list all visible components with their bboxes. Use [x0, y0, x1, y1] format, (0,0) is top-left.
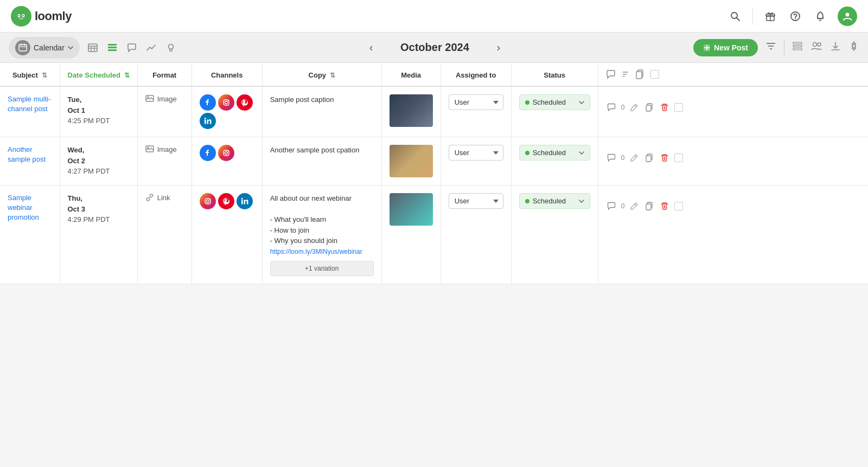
date-sort-icon[interactable]: ⇅ [124, 72, 130, 79]
filter-icon[interactable] [765, 41, 776, 54]
subject-cell: Another sample post [0, 137, 60, 185]
fb-channel-icon[interactable] [200, 145, 216, 161]
copy-url-link[interactable]: https://loom.ly/3MINyus/webinar [270, 248, 362, 255]
comment-button[interactable] [606, 201, 617, 212]
analytics-icon[interactable] [146, 42, 157, 53]
status-badge[interactable]: Scheduled [519, 193, 590, 209]
bell-icon[interactable] [813, 9, 828, 24]
ig-channel-icon[interactable] [218, 94, 234, 111]
li-channel-icon[interactable] [200, 113, 216, 129]
status-dot [525, 100, 529, 105]
new-post-button[interactable]: New Post [693, 39, 758, 56]
status-badge[interactable]: Scheduled [519, 145, 590, 161]
svg-rect-35 [793, 48, 802, 50]
group-icon[interactable] [810, 41, 822, 54]
th-select-all-checkbox[interactable] [650, 70, 659, 79]
comment-count: 0 [621, 202, 625, 210]
svg-rect-45 [636, 72, 642, 79]
prev-month-button[interactable]: ‹ [365, 39, 378, 56]
row-checkbox[interactable] [674, 202, 683, 210]
pi-channel-icon[interactable] [218, 193, 234, 209]
status-badge[interactable]: Scheduled [519, 94, 590, 110]
copy-sort-icon[interactable]: ⇅ [330, 72, 335, 79]
subject-sort-icon[interactable]: ⇅ [42, 72, 47, 79]
comment-button[interactable] [606, 152, 617, 163]
assigned-to-select[interactable]: User [449, 94, 503, 110]
li-channel-icon[interactable] [237, 193, 253, 209]
format-cell: Image [137, 137, 192, 185]
assigned-cell: User [441, 137, 511, 185]
fb-channel-icon[interactable] [200, 94, 216, 111]
svg-line-63 [635, 156, 636, 157]
media-thumbnail[interactable] [390, 94, 433, 127]
row-actions: 0 [606, 193, 860, 212]
settings-icon[interactable] [848, 41, 859, 54]
duplicate-button[interactable] [644, 201, 655, 212]
row-checkbox[interactable] [674, 153, 683, 162]
subject-cell: Sample multi-channel post [0, 86, 60, 137]
assigned-to-select[interactable]: User [449, 193, 503, 209]
svg-point-3 [18, 15, 20, 16]
help-icon[interactable] [788, 9, 803, 24]
comment-button[interactable] [606, 102, 617, 113]
delete-button[interactable] [659, 201, 670, 212]
svg-point-50 [227, 100, 228, 101]
month-title: October 2024 [386, 41, 483, 54]
edit-button[interactable] [629, 102, 640, 113]
logo[interactable]: loomly [11, 6, 72, 27]
chat-view-icon[interactable] [126, 42, 137, 53]
gift-icon[interactable] [763, 9, 778, 24]
svg-rect-55 [646, 105, 651, 111]
date-value: Tue,Oct 14:25 PM PDT [68, 94, 130, 126]
ideas-icon[interactable] [165, 42, 176, 53]
media-thumbnail[interactable] [390, 193, 433, 226]
subject-link[interactable]: Another sample post [8, 145, 46, 163]
svg-line-53 [635, 105, 636, 107]
format-value: Image [145, 145, 184, 153]
toolbar-right-actions: New Post [693, 39, 859, 56]
ig-channel-icon[interactable] [218, 145, 234, 161]
copy-cell: All about our next webinar- What you'll … [262, 185, 381, 284]
comment-count: 0 [621, 154, 625, 162]
post-icon [703, 44, 711, 52]
calendar-button[interactable]: Calendar [9, 37, 80, 59]
edit-button[interactable] [629, 152, 640, 163]
delete-button[interactable] [659, 152, 670, 163]
list-view-icon[interactable] [107, 42, 118, 53]
media-thumbnail[interactable] [390, 145, 433, 177]
copy-cell: Another sample post cpation [262, 137, 381, 185]
calendar-label: Calendar [34, 43, 65, 52]
th-status: Status [511, 63, 598, 86]
delete-button[interactable] [659, 102, 670, 113]
download-icon[interactable] [830, 41, 841, 54]
svg-point-5 [731, 12, 737, 18]
channels-list [200, 193, 254, 209]
search-icon[interactable] [727, 9, 743, 24]
calendar-view-icon[interactable] [87, 42, 98, 53]
format-value: Link [145, 193, 184, 202]
duplicate-button[interactable] [644, 102, 655, 113]
app-name: loomly [35, 9, 72, 23]
actions-cell: 0 [598, 137, 868, 185]
subject-link[interactable]: Sample multi-channel post [8, 95, 50, 113]
row-actions: 0 [606, 145, 860, 163]
variation-badge[interactable]: +1 variation [270, 261, 374, 276]
date-cell: Tue,Oct 14:25 PM PDT [60, 86, 137, 137]
row-checkbox[interactable] [674, 103, 683, 112]
pi-channel-icon[interactable] [237, 94, 253, 111]
next-month-button[interactable]: › [492, 39, 505, 56]
duplicate-button[interactable] [644, 152, 655, 163]
status-dot [525, 199, 529, 203]
assigned-to-select[interactable]: User [449, 145, 503, 161]
table-row: Sample webinar promotionThu,Oct 34:29 PM… [0, 185, 868, 284]
svg-point-70 [209, 199, 209, 200]
list-action-icon[interactable] [792, 41, 803, 54]
ig-channel-icon[interactable] [200, 193, 216, 209]
svg-rect-18 [88, 44, 97, 52]
svg-rect-33 [793, 42, 802, 44]
format-value: Image [145, 94, 184, 103]
channels-cell [192, 137, 262, 185]
edit-button[interactable] [629, 201, 640, 212]
user-avatar[interactable] [838, 7, 857, 26]
subject-link[interactable]: Sample webinar promotion [8, 194, 39, 221]
